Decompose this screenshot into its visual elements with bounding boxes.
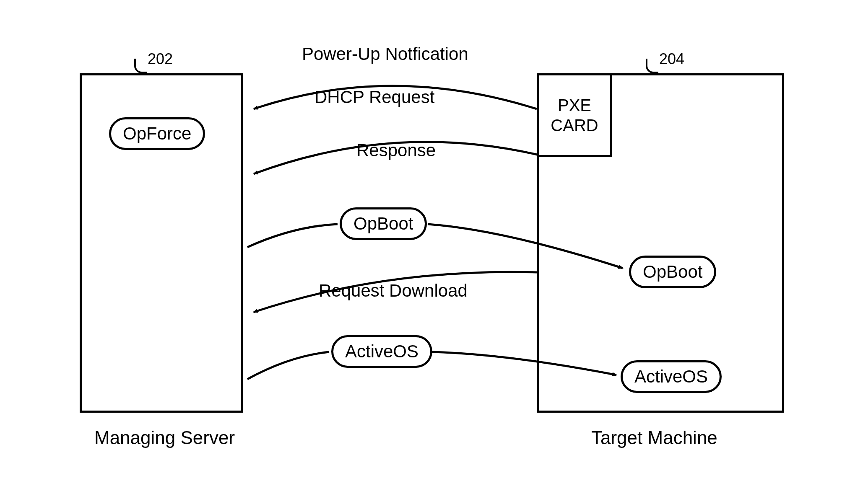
- msg-request-download: Request Download: [319, 281, 468, 301]
- ref-tick-right: [646, 59, 658, 73]
- diagram-container: 202 204 OpForce PXECARD OpBoot ActiveOS …: [0, 0, 842, 504]
- opboot-right-pill: OpBoot: [629, 256, 716, 288]
- caption-left: Managing Server: [94, 427, 235, 448]
- opboot-mid-pill: OpBoot: [340, 207, 427, 240]
- ref-tick-left: [134, 59, 147, 73]
- ref-label-right: 204: [659, 50, 684, 68]
- pxe-card-box: PXECARD: [537, 73, 612, 157]
- pxe-card-label: PXECARD: [551, 95, 598, 135]
- ref-label-left: 202: [148, 50, 173, 68]
- target-machine-box: PXECARD OpBoot ActiveOS: [537, 73, 784, 413]
- caption-right: Target Machine: [591, 427, 717, 448]
- msg-powerup: Power-Up Notfication: [302, 44, 468, 64]
- opforce-pill: OpForce: [109, 117, 205, 150]
- activeos-mid-pill: ActiveOS: [331, 335, 432, 368]
- managing-server-box: OpForce: [80, 73, 243, 413]
- activeos-right-pill: ActiveOS: [621, 360, 722, 393]
- msg-dhcp: DHCP Request: [314, 87, 434, 107]
- msg-response: Response: [356, 140, 436, 160]
